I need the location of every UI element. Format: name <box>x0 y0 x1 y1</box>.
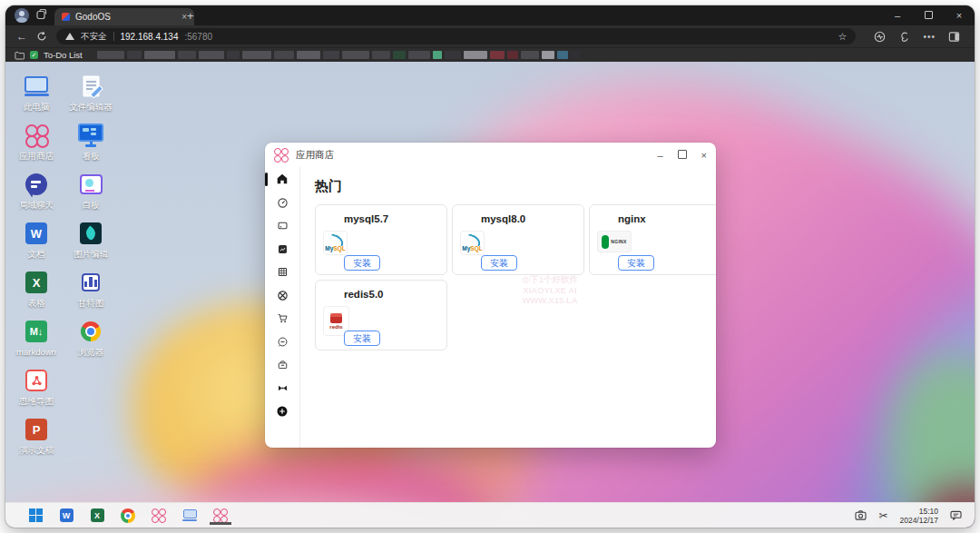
taskbar-app-store-active-icon[interactable] <box>212 507 229 525</box>
install-button[interactable]: 安装 <box>344 255 380 271</box>
scissors-icon[interactable]: ✂ <box>878 510 887 521</box>
favorite-star-icon[interactable]: ☆ <box>838 31 848 43</box>
sidebar-system-icon[interactable] <box>265 266 299 278</box>
sidebar-apps-icon[interactable] <box>265 220 299 232</box>
desktop-icon-gantt[interactable]: 甘特图 <box>64 269 118 318</box>
app-store-logo-icon <box>274 148 289 163</box>
app-card-mysql80[interactable]: mysql8.0 MySQL 安装 <box>452 204 584 275</box>
sidebar-add-icon[interactable] <box>265 405 299 418</box>
not-secure-warning-icon <box>65 33 74 40</box>
browser-window-controls: – × <box>882 5 975 25</box>
ppt-icon: P <box>25 416 47 443</box>
url-host: 192.168.4.134 <box>121 32 179 42</box>
kanban-monitor-icon <box>78 122 103 149</box>
taskbar-clock[interactable]: 15:10 2024/12/17 <box>899 507 938 525</box>
sidebar-storage-icon[interactable] <box>265 359 299 370</box>
notification-bubble-icon[interactable] <box>950 510 962 520</box>
start-button[interactable] <box>27 507 44 525</box>
desktop-icon-whiteboard[interactable]: 白板 <box>64 171 118 220</box>
desktop-icon-mindmap[interactable]: 思维导图 <box>9 367 64 416</box>
sidebar-home-icon[interactable] <box>265 173 299 185</box>
chat-bubble-icon <box>25 171 47 198</box>
install-button[interactable]: 安装 <box>344 331 380 346</box>
bar-chart-icon <box>82 269 100 296</box>
security-label[interactable]: 不安全 <box>81 31 107 43</box>
bookmarks-bar: ✓ To-Do List <box>5 47 975 62</box>
feather-icon <box>80 220 102 247</box>
bookmark-todo-list[interactable]: To-Do List <box>44 50 83 60</box>
desktop-icon-kanban[interactable]: 看板 <box>64 122 118 171</box>
app-card-nginx[interactable]: nginx NGINX 安装 <box>589 204 716 275</box>
back-icon[interactable]: ← <box>16 31 27 42</box>
sidebar-explore-icon[interactable] <box>265 290 299 301</box>
desktop-icon-markdown[interactable]: M↓ markdown <box>9 318 64 367</box>
app-close-icon[interactable]: × <box>701 150 707 161</box>
mysql-logo-icon: MySQL <box>460 231 485 255</box>
sidebar-stats-icon[interactable] <box>265 243 299 255</box>
close-icon[interactable]: × <box>944 10 975 21</box>
godoos-desktop: 此电脑 文件编辑器 应用商店 看板 局域聊天 白板 <box>5 62 975 528</box>
excel-icon: X <box>25 269 47 296</box>
taskbar-this-pc-icon[interactable] <box>181 507 198 525</box>
laptop-icon <box>24 73 49 100</box>
desktop-icon-word[interactable]: W 文档 <box>9 220 64 269</box>
copilot-icon[interactable] <box>898 31 910 43</box>
desktop-icon-lan-chat[interactable]: 局域聊天 <box>9 171 64 220</box>
restore-icon[interactable] <box>913 10 944 21</box>
folder-icon[interactable] <box>15 51 24 60</box>
profile-avatar[interactable] <box>15 8 29 23</box>
app-store-content: 热门 mysql5.7 MySQL 安装 mysql8.0 MySQL 安装 <box>300 167 716 448</box>
system-tray: ✂ 15:10 2024/12/17 <box>855 507 962 525</box>
workspaces-icon[interactable] <box>36 9 47 20</box>
clock-time: 15:10 <box>899 507 938 516</box>
app-store-titlebar[interactable]: 应用商店 – × <box>265 143 716 167</box>
whiteboard-icon <box>80 171 103 198</box>
sidebar-market-cart-icon[interactable] <box>265 312 299 324</box>
new-tab-button[interactable]: + <box>187 9 194 23</box>
address-bar[interactable]: 不安全 192.168.4.134 :56780 ☆ <box>56 28 856 44</box>
app-minimize-icon[interactable]: – <box>657 150 662 161</box>
browser-window: GodoOS × + – × ← 不安全 192.168.4.134 :5678… <box>5 5 975 528</box>
redacted-bookmarks[interactable] <box>97 51 580 59</box>
clock-date: 2024/12/17 <box>899 516 938 525</box>
sidebar-chat-icon[interactable] <box>265 336 299 348</box>
markdown-icon: M↓ <box>25 318 47 345</box>
browser-tab-godoos[interactable]: GodoOS × <box>54 8 194 25</box>
install-button[interactable]: 安装 <box>481 255 517 271</box>
desktop-icon-excel[interactable]: X 表格 <box>9 269 64 318</box>
app-maximize-icon[interactable] <box>678 150 687 161</box>
browser-essentials-icon[interactable] <box>874 31 886 43</box>
desktop-icon-app-store[interactable]: 应用商店 <box>9 122 64 171</box>
settings-more-icon[interactable]: ••• <box>923 32 936 42</box>
mindmap-icon <box>25 367 47 394</box>
nginx-logo-icon: NGINX <box>597 231 632 252</box>
bookmark-favicon-icon: ✓ <box>30 51 38 59</box>
app-card-mysql57[interactable]: mysql5.7 MySQL 安装 <box>315 204 447 275</box>
desktop-icon-presentation[interactable]: P 演示文稿 <box>9 416 64 465</box>
app-card-redis[interactable]: redis5.0 redis 安装 <box>315 280 447 350</box>
reload-icon[interactable] <box>36 31 47 42</box>
desktop-icon-image-editor[interactable]: 图片编辑 <box>64 220 118 269</box>
app-store-sidebar <box>265 167 300 448</box>
install-button[interactable]: 安装 <box>618 255 654 271</box>
screenshot-camera-icon[interactable] <box>855 510 867 520</box>
taskbar-word-icon[interactable]: W <box>58 507 74 525</box>
desktop-icon-this-pc[interactable]: 此电脑 <box>9 73 64 122</box>
taskbar-excel-icon[interactable]: X <box>89 507 105 525</box>
mysql-logo-icon: MySQL <box>323 231 348 255</box>
taskbar-app-store-icon[interactable] <box>151 507 167 525</box>
app-store-window: 应用商店 – × <box>265 143 716 448</box>
desktop-icon-file-editor[interactable]: 文件编辑器 <box>64 73 118 122</box>
taskbar: W X ✂ 15:10 2024/12/17 <box>5 502 975 528</box>
taskbar-browser-icon[interactable] <box>120 507 136 525</box>
app-store-rings-icon <box>25 122 47 149</box>
section-title: 热门 <box>315 178 716 195</box>
browser-tab-strip: GodoOS × + – × <box>5 5 975 25</box>
sidebar-media-icon[interactable] <box>265 382 299 394</box>
sidebar-panel-icon[interactable] <box>948 31 960 43</box>
sidebar-dashboard-icon[interactable] <box>265 197 299 209</box>
desktop-icon-browser[interactable]: 浏览器 <box>64 318 118 367</box>
tab-title: GodoOS <box>75 12 176 22</box>
document-pencil-icon <box>83 73 100 100</box>
minimize-icon[interactable]: – <box>882 10 913 21</box>
